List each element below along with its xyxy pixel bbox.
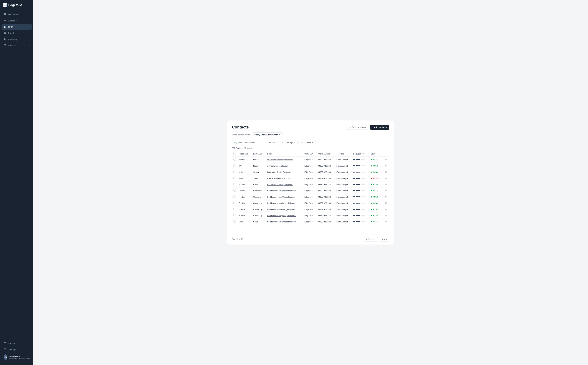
table-header: First Name Last name Email Company Phone… — [232, 151, 389, 157]
email-link[interactable]: freddieconventry@edgefolio.com — [267, 190, 296, 192]
table-row: Andrew Doran andrewdoran@edgefolio.com E… — [232, 157, 389, 163]
mail-action[interactable]: ✉ — [384, 169, 389, 175]
mail-action[interactable]: ✉ — [384, 163, 389, 169]
svg-point-14 — [5, 343, 5, 344]
row-checkbox[interactable] — [234, 196, 236, 198]
chevron-down-icon: ▾ — [294, 142, 295, 144]
arrow-right-icon: › — [386, 238, 387, 240]
search-input[interactable] — [238, 141, 263, 144]
company: Edgefolio — [303, 219, 316, 225]
mail-icon[interactable]: ✉ — [385, 214, 387, 217]
select-all-checkbox[interactable] — [234, 153, 236, 155]
mail-icon[interactable]: ✉ — [385, 190, 387, 192]
row-checkbox[interactable] — [234, 158, 236, 161]
mail-action[interactable]: ✉ — [384, 194, 389, 200]
row-checkbox[interactable] — [234, 189, 236, 192]
row-checkbox[interactable] — [234, 183, 236, 185]
mail-action[interactable]: ✉ — [384, 188, 389, 194]
mail-icon[interactable]: ✉ — [385, 220, 387, 223]
mail-icon[interactable]: ✉ — [385, 208, 387, 211]
status-badge: Active — [369, 169, 384, 175]
engagement-bar — [352, 169, 369, 175]
mail-icon[interactable]: ✉ — [385, 158, 387, 161]
row-checkbox[interactable] — [234, 171, 236, 173]
sidebar-item-label: Support — [8, 342, 16, 345]
last-name: Winter — [252, 169, 266, 175]
job-title: Fund Analyst — [335, 157, 352, 163]
email: freddieconventry@edgefolio.com — [266, 212, 303, 219]
sidebar-item-dashboard[interactable]: Dashboard — [1, 12, 32, 17]
mail-action[interactable]: ✉ — [384, 212, 389, 219]
next-button[interactable]: Next › — [379, 237, 389, 241]
mail-icon[interactable]: ✉ — [385, 171, 387, 173]
sidebar-bottom: Support Settings KW Katie Winter Katie.w… — [0, 339, 33, 362]
mail-action[interactable]: ✉ — [384, 182, 389, 188]
engagement-bar — [352, 206, 369, 212]
table-row: Thomas Butter thomasbutter@edgefolio.com… — [232, 182, 389, 188]
email-link[interactable]: willnash@edgefolio.com — [267, 165, 288, 167]
user-email: Katie.winter@edgefolio.com — [9, 358, 30, 359]
job-title: Fund Analyst — [335, 194, 352, 200]
row-checkbox[interactable] — [234, 214, 236, 216]
mail-action[interactable]: ✉ — [384, 219, 389, 225]
previous-button[interactable]: ‹ Previous — [364, 237, 378, 241]
mail-action[interactable]: ✉ — [384, 200, 389, 206]
contact-type-filter-button[interactable]: Contact type ▾ — [280, 140, 298, 145]
row-checkbox[interactable] — [234, 208, 236, 210]
mail-icon[interactable]: ✉ — [385, 183, 387, 186]
table-row: Freddie Conventry freddieconventry@edgef… — [232, 206, 389, 212]
user-profile[interactable]: KW Katie Winter Katie.winter@edgefolio.c… — [1, 352, 32, 362]
first-name: Freddie — [237, 188, 252, 194]
email-link[interactable]: freddieconventry@edgefolio.com — [267, 202, 296, 204]
sidebar-item-settings[interactable]: Settings — [1, 346, 32, 352]
search-box[interactable]: 🔍 — [232, 140, 265, 145]
status-badge: Declined — [369, 175, 384, 182]
portal-icon — [4, 32, 6, 35]
sidebar-nav: Dashboard Activities CRM Portal Marketin… — [0, 12, 33, 337]
sidebar-item-portal[interactable]: Portal — [1, 30, 32, 36]
status-badge: Active — [369, 188, 384, 194]
chevron-down-icon: ▾ — [29, 44, 30, 46]
email-link[interactable]: freddieconventry@edgefolio.com — [267, 208, 296, 211]
sidebar-item-marketing[interactable]: Marketing ▾ — [1, 36, 32, 42]
email-link[interactable]: thomasbutter@edgefolio.com — [267, 183, 293, 186]
mail-icon[interactable]: ✉ — [385, 202, 387, 204]
page-info: Page 1 of 10 — [232, 238, 243, 240]
table-row: Will Nash willnash@edgefolio.com Edgefol… — [232, 163, 389, 169]
mail-icon[interactable]: ✉ — [385, 177, 387, 179]
first-name: Katie — [237, 169, 252, 175]
row-checkbox[interactable] — [234, 164, 236, 167]
page-nav: ‹ Previous Next › — [364, 237, 389, 241]
marketing-icon — [4, 38, 6, 41]
mail-action[interactable]: ✉ — [384, 175, 389, 182]
sidebar-item-support[interactable]: Support — [1, 340, 32, 346]
svg-rect-2 — [4, 14, 5, 15]
add-contacts-button[interactable]: + Add contacts — [370, 125, 389, 130]
group-dropdown-button[interactable]: Highly Engaged Investors ▾ — [252, 133, 283, 137]
status-badge: Active — [369, 182, 384, 188]
first-name: Freddie — [237, 200, 252, 206]
contacts-table: First Name Last name Email Company Phone… — [232, 151, 389, 225]
sidebar-item-activities[interactable]: Activities — [1, 18, 32, 24]
mail-icon[interactable]: ✉ — [385, 196, 387, 198]
row-checkbox[interactable] — [234, 177, 236, 179]
customise-view-button[interactable]: ✏ Customise view — [347, 125, 368, 130]
email-link[interactable]: freddieconventry@edgefolio.com — [267, 221, 296, 223]
col-status: Status — [369, 151, 384, 157]
email-link[interactable]: freddieconventry@edgefolio.com — [267, 196, 296, 198]
svg-rect-0 — [4, 13, 5, 14]
sidebar-item-analytics[interactable]: Analytics ▾ — [1, 42, 32, 49]
support-icon — [4, 342, 6, 345]
sidebar-item-crm[interactable]: CRM — [1, 24, 32, 30]
email-link[interactable]: milanshah@edgefolio.com — [267, 177, 290, 179]
email-link[interactable]: katiewinter@edgefolio.com — [267, 171, 291, 173]
status-filter-button[interactable]: Status ▾ — [267, 140, 279, 145]
mail-icon[interactable]: ✉ — [385, 165, 387, 167]
email-link[interactable]: freddieconventry@edgefolio.com — [267, 214, 296, 217]
mail-action[interactable]: ✉ — [384, 206, 389, 212]
last-online-filter-button[interactable]: Last Online ▾ — [299, 140, 316, 145]
row-checkbox[interactable] — [234, 220, 236, 223]
row-checkbox[interactable] — [234, 202, 236, 204]
email-link[interactable]: andrewdoran@edgefolio.com — [267, 159, 293, 161]
mail-action[interactable]: ✉ — [384, 157, 389, 163]
